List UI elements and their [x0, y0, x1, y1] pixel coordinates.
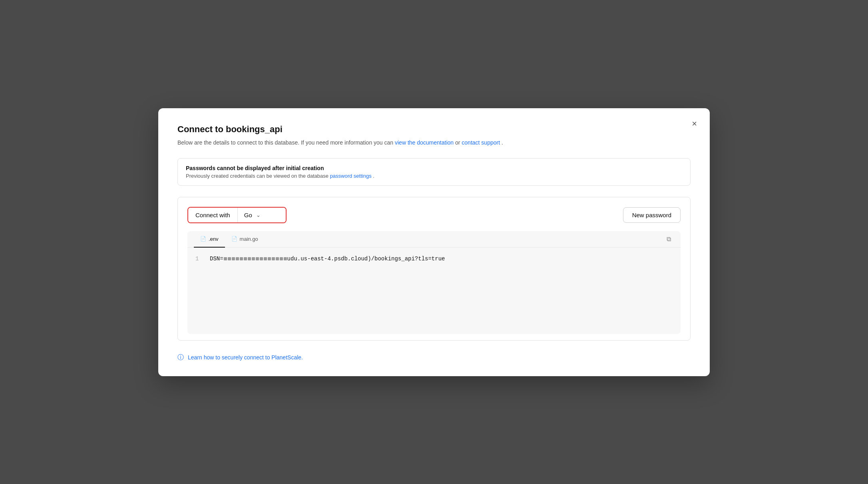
- warning-title: Passwords cannot be displayed after init…: [186, 165, 682, 171]
- redacted-char: [244, 257, 247, 260]
- redacted-char: [228, 257, 231, 260]
- modal-subtitle: Below are the details to connect to this…: [177, 139, 691, 147]
- footer-link[interactable]: Learn how to securely connect to PlanetS…: [188, 354, 303, 361]
- file-icon: 📄: [200, 236, 206, 242]
- modal-overlay: × Connect to bookings_api Below are the …: [0, 0, 868, 484]
- tab-main-go-label: main.go: [240, 236, 258, 242]
- connect-with-wrapper: Connect with Go ⌄: [187, 207, 287, 223]
- subtitle-text-after: .: [502, 139, 503, 146]
- redacted-char: [280, 257, 283, 260]
- chevron-down-icon: ⌄: [256, 212, 261, 218]
- language-selected-value: Go: [244, 212, 252, 218]
- redacted-char: [268, 257, 271, 260]
- code-tabs: 📄 .env 📄 main.go ⧉: [187, 231, 681, 248]
- connect-section: Connect with Go ⌄ New password 📄 .env 📄: [177, 197, 691, 341]
- redacted-char: [252, 257, 255, 260]
- warning-text-after: .: [373, 173, 374, 179]
- close-button[interactable]: ×: [690, 118, 699, 130]
- code-content: 1 DSN=udu.us-east-4.psdb.cloud)/bookings…: [187, 248, 681, 334]
- file-icon-2: 📄: [231, 236, 237, 242]
- redacted-char: [240, 257, 243, 260]
- modal-footer: ⓘ Learn how to securely connect to Plane…: [177, 352, 691, 362]
- redacted-char: [224, 257, 227, 260]
- info-icon: ⓘ: [177, 353, 184, 362]
- redacted-char: [260, 257, 263, 260]
- code-line-1: 1 DSN=udu.us-east-4.psdb.cloud)/bookings…: [195, 256, 673, 262]
- dsn-suffix: udu.us-east-4.psdb.cloud)/bookings_api?t…: [287, 256, 445, 262]
- redacted-char: [272, 257, 275, 260]
- dsn-prefix: DSN=: [210, 256, 223, 262]
- redacted-char: [248, 257, 251, 260]
- warning-box: Passwords cannot be displayed after init…: [177, 158, 691, 186]
- redacted-char: [232, 257, 235, 260]
- tab-main-go[interactable]: 📄 main.go: [225, 231, 265, 248]
- connect-toolbar: Connect with Go ⌄ New password: [187, 207, 681, 223]
- line-content: DSN=udu.us-east-4.psdb.cloud)/bookings_a…: [210, 256, 445, 262]
- password-settings-link[interactable]: password settings: [330, 173, 372, 179]
- subtitle-text-before: Below are the details to connect to this…: [177, 139, 395, 146]
- warning-text: Previously created credentials can be vi…: [186, 173, 682, 179]
- warning-text-before: Previously created credentials can be vi…: [186, 173, 330, 179]
- connect-with-label: Connect with: [188, 208, 238, 222]
- copy-icon: ⧉: [667, 236, 671, 242]
- redacted-char: [276, 257, 279, 260]
- copy-button[interactable]: ⧉: [663, 232, 674, 246]
- modal-container: × Connect to bookings_api Below are the …: [158, 108, 710, 376]
- code-panel: 📄 .env 📄 main.go ⧉ 1 DSN=ud: [187, 231, 681, 334]
- subtitle-text-middle: or: [455, 139, 462, 146]
- language-select[interactable]: Go ⌄: [238, 208, 286, 222]
- docs-link[interactable]: view the documentation: [395, 139, 454, 146]
- line-number: 1: [195, 256, 202, 262]
- redacted-char: [264, 257, 267, 260]
- support-link[interactable]: contact support: [462, 139, 500, 146]
- tab-env-label: .env: [209, 236, 219, 242]
- new-password-button[interactable]: New password: [623, 207, 681, 223]
- redacted-char: [256, 257, 259, 260]
- tab-env[interactable]: 📄 .env: [194, 231, 225, 248]
- redacted-char: [284, 257, 287, 260]
- modal-title: Connect to bookings_api: [177, 124, 691, 135]
- redacted-char: [236, 257, 239, 260]
